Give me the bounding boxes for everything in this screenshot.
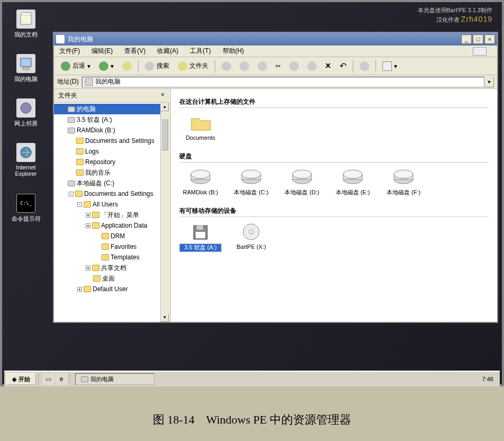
drive-item[interactable]: 3.5 软盘 (A:) xyxy=(179,222,222,251)
quick-launch-desktop[interactable]: ▭ xyxy=(42,373,54,385)
expand-toggle[interactable]: + xyxy=(86,266,90,271)
tree-item[interactable]: +「开始」菜单 xyxy=(54,210,169,220)
expand-toggle[interactable]: + xyxy=(86,213,90,218)
item-label: 3.5 软盘 (A:) xyxy=(179,244,222,251)
tree-item-label: Documents and Settings xyxy=(85,136,154,146)
start-button[interactable]: ◈ 开始 xyxy=(6,373,36,385)
paste2-button[interactable] xyxy=(304,59,320,73)
expand-toggle[interactable]: + xyxy=(77,287,82,292)
sidebar-close-button[interactable]: × xyxy=(161,91,164,100)
drive-item[interactable]: Documents xyxy=(179,113,222,141)
expand-toggle[interactable]: - xyxy=(69,192,74,196)
desktop-icon-cmd[interactable]: C:\_ 命令提示符 xyxy=(7,194,44,223)
main-content-pane[interactable]: 在这台计算机上存储的文件 Documents 硬盘 RAMDisk (B:)本地… xyxy=(170,89,497,322)
folders-button[interactable]: 文件夹 xyxy=(174,59,212,73)
folder-icon xyxy=(102,233,109,239)
search-button[interactable]: 搜索 xyxy=(141,59,173,73)
tree-item[interactable]: 本地磁盘 (C:) xyxy=(54,178,169,188)
menu-edit[interactable]: 编辑(E) xyxy=(89,46,115,57)
window-icon xyxy=(56,35,65,43)
scroll-down-button[interactable]: ▼ xyxy=(161,313,169,322)
folder-icon xyxy=(76,159,84,165)
drive-item[interactable]: RAMDisk (B:) xyxy=(179,168,222,196)
move-icon xyxy=(222,61,231,71)
tree-item[interactable]: -Documents and Settings xyxy=(54,188,169,199)
drive-item[interactable]: BartPE (X:) xyxy=(230,222,272,251)
tree-item[interactable]: +Default User xyxy=(54,284,169,294)
back-button[interactable]: 后退 ▾ xyxy=(57,59,94,73)
titlebar[interactable]: 我的电脑 _ □ × xyxy=(54,33,497,46)
desktop-icon-network[interactable]: 网上邻居 xyxy=(7,98,44,128)
folder-tree-pane: 文件夹 × 的电脑3.5 软盘 (A:)RAMDisk (B:)Document… xyxy=(54,89,170,322)
close-button[interactable]: × xyxy=(484,34,495,44)
delete-button[interactable]: × xyxy=(322,59,335,73)
folder-tree[interactable]: 的电脑3.5 软盘 (A:)RAMDisk (B:)Documents and … xyxy=(54,103,169,322)
copy2-button[interactable] xyxy=(286,59,303,73)
address-dropdown[interactable]: ▼ xyxy=(484,77,494,87)
menu-favorites[interactable]: 收藏(A) xyxy=(155,46,180,57)
paste-button[interactable] xyxy=(254,59,271,73)
tree-item-label: 3.5 软盘 (A:) xyxy=(77,115,112,124)
quick-launch-ie[interactable]: e xyxy=(56,373,67,385)
tree-item[interactable]: Favorites xyxy=(54,241,169,252)
tree-item[interactable]: Logs xyxy=(54,146,169,157)
svg-rect-20 xyxy=(197,226,203,230)
drive-item[interactable]: 本地磁盘 (F:) xyxy=(382,168,425,196)
item-label: 本地磁盘 (D:) xyxy=(281,189,323,196)
tree-scrollbar[interactable]: ▲ ▼ xyxy=(160,103,169,322)
tree-item[interactable]: Templates xyxy=(54,252,169,263)
scroll-thumb[interactable] xyxy=(161,119,168,150)
folder-icon xyxy=(76,148,84,155)
tree-item[interactable]: -All Users xyxy=(54,199,169,210)
menu-tools[interactable]: 工具(T) xyxy=(188,46,213,57)
tree-item[interactable]: Repository xyxy=(54,157,169,167)
system-tray-clock[interactable]: 7:48 xyxy=(478,376,498,382)
tree-item[interactable]: Documents and Settings xyxy=(54,136,169,146)
up-button[interactable] xyxy=(118,59,135,73)
tree-item[interactable]: +Application Data xyxy=(54,220,169,231)
scroll-up-button[interactable]: ▲ xyxy=(161,103,169,111)
minimize-button[interactable]: _ xyxy=(461,34,472,44)
desktop-icon-computer[interactable]: 我的电脑 xyxy=(7,54,44,83)
item-label: 本地磁盘 (F:) xyxy=(382,189,425,196)
maximize-button[interactable]: □ xyxy=(473,34,483,44)
expand-toggle[interactable]: - xyxy=(77,202,82,207)
properties-button[interactable] xyxy=(356,59,373,73)
forward-button[interactable]: ▾ xyxy=(95,59,117,73)
tree-item[interactable]: +共享文档 xyxy=(54,263,169,273)
taskbar-item-label: 我的电脑 xyxy=(90,375,114,383)
tree-item[interactable]: 的电脑 xyxy=(54,104,169,114)
tree-item[interactable]: 桌面 xyxy=(54,273,169,284)
tree-item[interactable]: 3.5 软盘 (A:) xyxy=(54,114,169,125)
toolbar: 后退 ▾ ▾ 搜索 文件夹 ✂ × ↶ ▾ xyxy=(54,57,497,75)
back-label: 后退 xyxy=(72,61,85,70)
tree-item[interactable]: 我的音乐 xyxy=(54,167,169,178)
tree-item[interactable]: DRM xyxy=(54,231,169,241)
menu-help[interactable]: 帮助(H) xyxy=(221,46,246,57)
drive-item[interactable]: 本地磁盘 (E:) xyxy=(332,168,374,196)
desktop-icon-label: Internet Explorer xyxy=(7,164,44,177)
undo-button[interactable]: ↶ xyxy=(336,59,350,73)
watermark: 本光盘使用Bart'PE 3.1.3制作 汉化作者 Zrh4019 xyxy=(418,6,492,25)
delete-icon: × xyxy=(325,60,331,71)
folder-icon xyxy=(76,138,84,144)
menu-view[interactable]: 查看(V) xyxy=(122,46,148,57)
expand-toggle[interactable]: + xyxy=(86,223,90,228)
drive-item[interactable]: 本地磁盘 (D:) xyxy=(281,168,323,196)
views-button[interactable]: ▾ xyxy=(379,59,401,73)
move-button[interactable] xyxy=(218,59,235,73)
menu-file[interactable]: 文件(F) xyxy=(57,46,82,57)
item-label: 本地磁盘 (E:) xyxy=(332,189,374,196)
address-input[interactable]: 我的电脑 xyxy=(82,77,484,87)
taskbar-item-explorer[interactable]: 我的电脑 xyxy=(75,373,154,385)
copy-button[interactable] xyxy=(236,59,253,73)
cut-button[interactable]: ✂ xyxy=(272,59,285,73)
drive-item[interactable]: 本地磁盘 (C:) xyxy=(230,168,272,196)
tree-item[interactable]: RAMDisk (B:) xyxy=(54,125,169,136)
ie-icon xyxy=(16,143,35,162)
search-icon xyxy=(145,61,154,71)
desktop-icon-ie[interactable]: Internet Explorer xyxy=(7,143,44,177)
svg-point-15 xyxy=(343,170,362,178)
folder-icon xyxy=(75,191,83,197)
desktop-icon-documents[interactable]: 我的文档 xyxy=(7,10,44,39)
